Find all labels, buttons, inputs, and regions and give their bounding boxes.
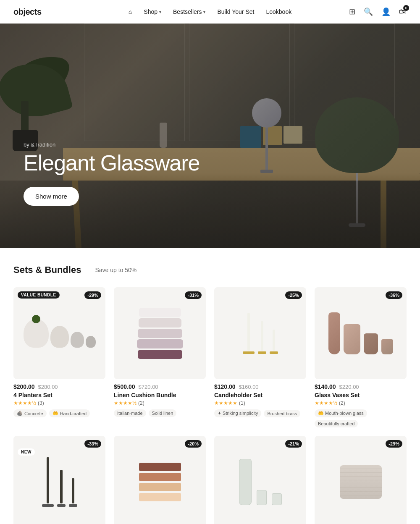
stars: ★★★★½	[315, 400, 337, 406]
product-image	[125, 299, 194, 367]
towel	[139, 463, 181, 471]
candle-base	[57, 504, 66, 507]
planter-medium	[50, 326, 69, 348]
hero-section: by &Tradition Elegant Glassware Show mor…	[0, 0, 420, 248]
product-image-wrap: -25%	[214, 287, 306, 379]
tag: Solid linen	[149, 409, 177, 417]
cushion	[138, 350, 182, 359]
product-image	[326, 447, 395, 516]
price-original: $280.00	[38, 384, 58, 390]
home-icon: ⌂	[129, 8, 132, 15]
cart-badge: 0	[403, 5, 409, 11]
price-row: $200.00 $280.00	[13, 383, 105, 390]
towel	[139, 473, 181, 481]
planter-illustration	[24, 319, 96, 348]
search-icon[interactable]: 🔍	[364, 7, 373, 16]
vase	[328, 312, 340, 354]
candle-stick	[247, 313, 250, 351]
product-image-wrap: -20%	[114, 436, 206, 524]
hero-text: by &Tradition Elegant Glassware Show mor…	[24, 141, 200, 206]
product-card[interactable]: -36% $140.00 $220.00 Glass Vases Set ★★★…	[315, 287, 407, 427]
tag: Beautifully crafted	[315, 420, 358, 427]
price-current: $140.00	[315, 383, 336, 390]
price-row: $500.00 $720.00	[114, 383, 206, 390]
stars-row: ★★★★½ (2)	[114, 400, 206, 406]
price-current: $120.00	[214, 383, 236, 390]
review-count: (1)	[239, 400, 245, 406]
candle-base	[270, 351, 278, 354]
price-current: $500.00	[114, 383, 135, 390]
account-icon[interactable]: 👤	[381, 7, 391, 16]
candle-holder	[243, 313, 255, 354]
gift-icon[interactable]: ⊞	[349, 7, 355, 16]
product-card[interactable]: -29% $160.00 $225.00 Blanket Bundle ★★★★…	[315, 436, 407, 524]
product-card[interactable]: -21% $110.00 $140.00 Glass Bottle Set ★★…	[214, 436, 306, 524]
vase-illustration	[328, 312, 393, 354]
product-name: Linen Cushion Bundle	[114, 392, 206, 398]
tags-row: Italian-made Solid linen	[114, 409, 206, 417]
review-count: (2)	[138, 400, 144, 406]
header: objects ⌂ Shop ▾ Bestsellers ▾ Build You…	[0, 0, 420, 24]
price-original: $720.00	[139, 384, 158, 390]
stars-row: ★★★★½ (3)	[13, 400, 105, 406]
main-content: Sets & Bundles Save up to 50% -29% VALUE…	[0, 248, 420, 524]
shop-chevron-icon: ▾	[159, 10, 161, 14]
nav-build-your-set[interactable]: Build Your Set	[217, 8, 254, 15]
nav-home[interactable]: ⌂	[129, 8, 132, 15]
cushion	[138, 329, 182, 338]
vase	[344, 324, 360, 354]
planter-small	[71, 332, 84, 348]
stars-row: ★★★★½ (2)	[315, 400, 407, 406]
product-card[interactable]: -25%	[214, 287, 306, 427]
tag: 🤲 Mouth-blown glass	[315, 409, 367, 417]
candle-stick	[47, 457, 49, 503]
tag: 🪨 Concrete	[13, 409, 47, 417]
candle-base	[243, 351, 255, 354]
product-card[interactable]: -33% NEW	[13, 436, 105, 524]
blanket-texture	[340, 465, 382, 499]
header-icons: ⊞ 🔍 👤 🛍 0	[349, 7, 407, 16]
section-title: Sets & Bundles	[13, 265, 81, 275]
product-image-wrap: -21%	[214, 436, 306, 524]
price-row: $140.00 $220.00	[315, 383, 407, 390]
section-subtitle: Save up to 50%	[95, 267, 136, 273]
hero-brand: by &Tradition	[24, 141, 200, 148]
price-original: $220.00	[339, 384, 359, 390]
discount-badge: -33%	[84, 440, 101, 448]
section-header: Sets & Bundles Save up to 50%	[13, 265, 407, 275]
towel	[139, 493, 181, 501]
cart-icon[interactable]: 🛍 0	[399, 8, 407, 16]
discount-badge: -29%	[84, 291, 101, 299]
price-current: $200.00	[13, 383, 35, 390]
cushion	[139, 318, 181, 328]
product-image-wrap: -31%	[114, 287, 206, 379]
candle-holder	[57, 470, 66, 507]
logo: objects	[13, 7, 42, 17]
product-card[interactable]: -20% $90.00 $112.00 Towel Bundle ★★★★☆ (…	[114, 436, 206, 524]
candle-holder	[270, 330, 278, 354]
nav: ⌂ Shop ▾ Bestsellers ▾ Build Your Set Lo…	[129, 8, 291, 15]
blanket-illustration	[340, 465, 382, 499]
price-original: $160.00	[239, 384, 259, 390]
stars: ★★★★★	[214, 400, 237, 406]
candle-holder	[69, 478, 77, 507]
product-image	[226, 299, 294, 367]
nav-shop[interactable]: Shop ▾	[144, 8, 161, 15]
tag: Italian-made	[114, 409, 146, 417]
bestsellers-chevron-icon: ▾	[203, 10, 205, 14]
tag: ✦ Striking simplicity	[214, 409, 261, 417]
nav-lookbook[interactable]: Lookbook	[266, 8, 291, 15]
value-bundle-badge: VALUE BUNDLE	[18, 291, 60, 299]
glass	[257, 490, 267, 505]
candle-holder	[42, 457, 54, 507]
stars-row: ★★★★★ (1)	[214, 400, 306, 406]
vase	[381, 339, 393, 354]
cushion	[139, 308, 181, 317]
product-card[interactable]: -29% VALUE BUNDLE	[13, 287, 105, 427]
hero-cta-button[interactable]: Show more	[24, 187, 79, 206]
cushion-illustration	[137, 308, 183, 359]
product-card[interactable]: -31% $500.00 $720.00 Linen Cushion Bundl…	[114, 287, 206, 427]
nav-bestsellers[interactable]: Bestsellers ▾	[173, 8, 205, 15]
product-image	[226, 447, 294, 516]
tag: Brushed brass	[264, 410, 300, 417]
